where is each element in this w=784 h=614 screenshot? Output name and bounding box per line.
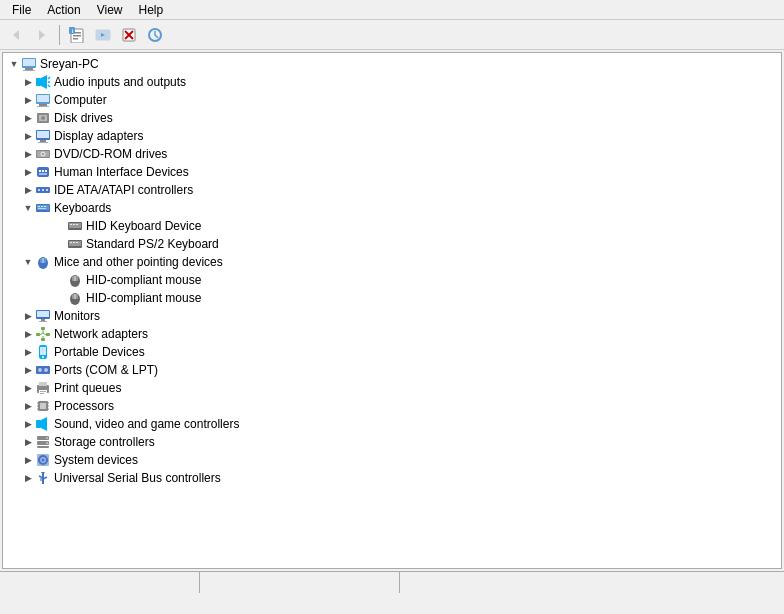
svg-point-88 xyxy=(38,368,42,372)
tree-item-ps2-keyboard[interactable]: Standard PS/2 Keyboard xyxy=(3,235,781,253)
back-button[interactable] xyxy=(4,23,28,47)
tree-item-storage[interactable]: Storage controllers xyxy=(3,433,781,451)
tree-arrow-system[interactable] xyxy=(21,451,35,469)
tree-arrow-ps2-keyboard[interactable] xyxy=(53,235,67,253)
svg-rect-56 xyxy=(73,224,75,225)
scan-changes-button[interactable] xyxy=(143,23,167,47)
label-ports: Ports (COM & LPT) xyxy=(54,361,158,379)
tree-arrow-ports[interactable] xyxy=(21,361,35,379)
label-hid-mouse2: HID-compliant mouse xyxy=(86,289,201,307)
icon-usb xyxy=(35,470,51,486)
svg-point-37 xyxy=(42,153,44,155)
tree-root[interactable]: Sreyan-PC xyxy=(3,55,781,73)
tree-item-network[interactable]: Network adapters xyxy=(3,325,781,343)
tree-item-hid-mouse2[interactable]: HID-compliant mouse xyxy=(3,289,781,307)
icon-hid-mouse2 xyxy=(67,290,83,306)
tree-arrow-storage[interactable] xyxy=(21,433,35,451)
tree-arrow-network[interactable] xyxy=(21,325,35,343)
svg-marker-1 xyxy=(39,30,45,40)
tree-arrow-computer[interactable] xyxy=(21,91,35,109)
svg-rect-51 xyxy=(44,206,46,207)
label-mice: Mice and other pointing devices xyxy=(54,253,223,271)
tree-arrow-audio[interactable] xyxy=(21,73,35,91)
tree-arrow-keyboards[interactable] xyxy=(21,199,35,217)
update-driver-button[interactable] xyxy=(91,23,115,47)
menu-help[interactable]: Help xyxy=(131,1,172,19)
svg-rect-62 xyxy=(76,242,78,243)
tree-item-hid[interactable]: Human Interface Devices xyxy=(3,163,781,181)
tree-item-system[interactable]: System devices xyxy=(3,451,781,469)
tree-arrow-display[interactable] xyxy=(21,127,35,145)
tree-item-hid-keyboard[interactable]: HID Keyboard Device xyxy=(3,217,781,235)
svg-point-29 xyxy=(41,116,45,120)
tree-item-keyboards[interactable]: Keyboards xyxy=(3,199,781,217)
tree-item-sound[interactable]: Sound, video and game controllers xyxy=(3,415,781,433)
icon-sound xyxy=(35,416,51,432)
uninstall-button[interactable] xyxy=(117,23,141,47)
tree-item-computer[interactable]: Computer xyxy=(3,91,781,109)
tree-item-display[interactable]: Display adapters xyxy=(3,127,781,145)
tree-arrow-print[interactable] xyxy=(21,379,35,397)
tree-item-ide[interactable]: IDE ATA/ATAPI controllers xyxy=(3,181,781,199)
tree-arrow-dvd[interactable] xyxy=(21,145,35,163)
tree-arrow-ide[interactable] xyxy=(21,181,35,199)
svg-rect-4 xyxy=(73,35,81,37)
svg-marker-114 xyxy=(41,472,45,475)
menu-file[interactable]: File xyxy=(4,1,39,19)
svg-rect-24 xyxy=(37,95,49,102)
tree-arrow-hid[interactable] xyxy=(21,163,35,181)
menu-action[interactable]: Action xyxy=(39,1,88,19)
tree-arrow-hid-keyboard[interactable] xyxy=(53,217,67,235)
tree-arrow-monitors[interactable] xyxy=(21,307,35,325)
tree-arrow-processors[interactable] xyxy=(21,397,35,415)
svg-rect-15 xyxy=(25,68,33,70)
svg-rect-103 xyxy=(36,420,41,428)
tree-arrow-hid-mouse1[interactable] xyxy=(53,271,67,289)
icon-monitors xyxy=(35,308,51,324)
tree-arrow-usb[interactable] xyxy=(21,469,35,487)
svg-point-109 xyxy=(46,442,48,444)
tree-arrow-portable[interactable] xyxy=(21,343,35,361)
svg-marker-19 xyxy=(41,75,47,89)
menu-bar: File Action View Help xyxy=(0,0,784,20)
tree-item-print[interactable]: Print queues xyxy=(3,379,781,397)
svg-rect-26 xyxy=(37,106,49,107)
svg-rect-57 xyxy=(76,224,78,225)
tree-item-mice[interactable]: Mice and other pointing devices xyxy=(3,253,781,271)
forward-button[interactable] xyxy=(30,23,54,47)
svg-rect-55 xyxy=(70,224,72,225)
svg-rect-93 xyxy=(40,391,46,392)
tree-view[interactable]: Sreyan-PC Audio inputs and outputsComput… xyxy=(3,53,781,568)
tree-item-usb[interactable]: Universal Serial Bus controllers xyxy=(3,469,781,487)
tree-arrow-disk[interactable] xyxy=(21,109,35,127)
icon-processors xyxy=(35,398,51,414)
svg-rect-32 xyxy=(40,140,46,142)
icon-ide xyxy=(35,182,51,198)
tree-item-hid-mouse1[interactable]: HID-compliant mouse xyxy=(3,271,781,289)
svg-rect-75 xyxy=(39,321,47,322)
tree-item-dvd[interactable]: DVD/CD-ROM drives xyxy=(3,145,781,163)
tree-item-monitors[interactable]: Monitors xyxy=(3,307,781,325)
svg-rect-5 xyxy=(73,38,78,40)
tree-arrow-hid-mouse2[interactable] xyxy=(53,289,67,307)
icon-dvd xyxy=(35,146,51,162)
svg-point-89 xyxy=(44,368,48,372)
root-arrow[interactable] xyxy=(7,55,21,73)
icon-hid-mouse1 xyxy=(67,272,83,288)
tree-item-portable[interactable]: Portable Devices xyxy=(3,343,781,361)
tree-item-disk[interactable]: Disk drives xyxy=(3,109,781,127)
label-audio: Audio inputs and outputs xyxy=(54,73,186,91)
menu-view[interactable]: View xyxy=(89,1,131,19)
label-hid: Human Interface Devices xyxy=(54,163,189,181)
tree-arrow-sound[interactable] xyxy=(21,415,35,433)
icon-display xyxy=(35,128,51,144)
svg-rect-73 xyxy=(37,311,49,317)
tree-item-ports[interactable]: Ports (COM & LPT) xyxy=(3,361,781,379)
tree-arrow-mice[interactable] xyxy=(21,253,35,271)
icon-ports xyxy=(35,362,51,378)
tree-item-processors[interactable]: Processors xyxy=(3,397,781,415)
status-pane-1 xyxy=(0,572,200,593)
properties-button[interactable]: i xyxy=(65,23,89,47)
tree-item-audio[interactable]: Audio inputs and outputs xyxy=(3,73,781,91)
label-portable: Portable Devices xyxy=(54,343,145,361)
